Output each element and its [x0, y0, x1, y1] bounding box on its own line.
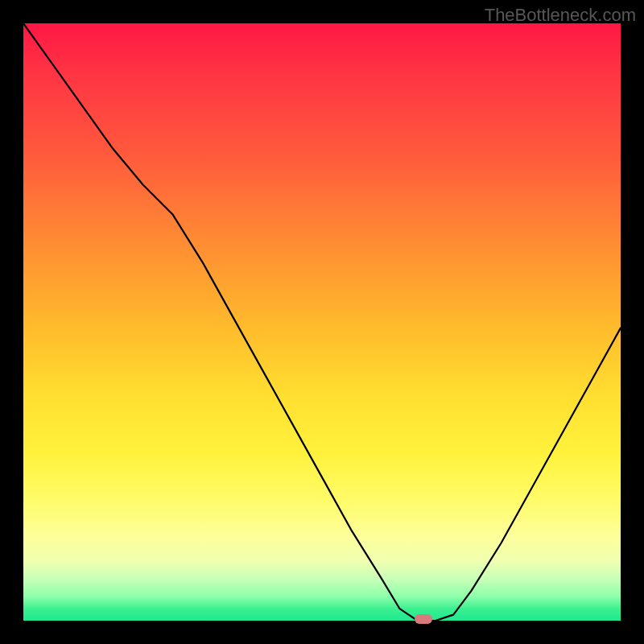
optimal-point-marker — [415, 614, 432, 624]
bottleneck-curve — [23, 23, 621, 621]
watermark-text: TheBottleneck.com — [485, 5, 636, 26]
